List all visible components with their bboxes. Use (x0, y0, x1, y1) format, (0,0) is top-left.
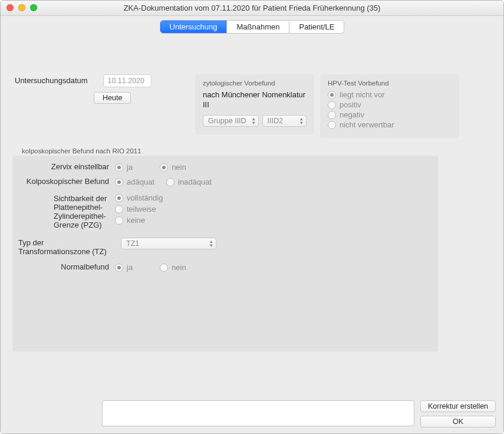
korrektur-button[interactable]: Korrektur erstellen (420, 400, 496, 412)
radio-icon (115, 264, 123, 272)
traffic-lights (6, 4, 37, 11)
tz-label: Typ der Transformationszone (TZ) (18, 238, 121, 256)
radio-icon (115, 178, 123, 186)
zyto-select-sub[interactable]: IIID2 ▴▾ (262, 115, 307, 127)
hpv-opt-nicht-verwertbar[interactable]: nicht verwertbar (328, 120, 452, 129)
radio-icon (115, 216, 123, 225)
pzg-teilweise[interactable]: teilweise (115, 205, 163, 213)
rio-right-column (225, 156, 438, 351)
zervix-label: Zervix einstellbar (18, 162, 115, 171)
tab-untersuchung[interactable]: Untersuchung (160, 21, 227, 33)
radio-icon (160, 264, 168, 272)
zyto-select-gruppe[interactable]: Gruppe IIID ▴▾ (203, 115, 259, 127)
tabbar: Untersuchung Maßnahmen Patient/LE (1, 16, 503, 37)
rio-box: Zervix einstellbar ja nein Kolposkopisch… (12, 156, 438, 351)
zyto-title: zytologischer Vorbefund (203, 80, 307, 87)
minimize-icon[interactable] (18, 4, 25, 11)
date-input[interactable] (103, 74, 151, 87)
chevron-updown-icon: ▴▾ (252, 117, 255, 125)
hpv-opt-negativ[interactable]: negativ (328, 110, 452, 119)
radio-icon (115, 205, 123, 213)
normal-nein[interactable]: nein (160, 263, 186, 272)
radio-icon (160, 163, 168, 172)
pzg-keine[interactable]: keine (115, 216, 163, 225)
hpv-title: HPV-Test Vorbefund (328, 80, 452, 87)
zoom-icon[interactable] (30, 4, 37, 11)
kolpo-adaequat[interactable]: adäquat (115, 177, 154, 186)
pzg-label: Sichtbarkeit der Plattenepithel-Zylinder… (18, 193, 115, 229)
zyto-group: zytologischer Vorbefund nach Münchener N… (195, 74, 314, 134)
tab-massnahmen[interactable]: Maßnahmen (226, 21, 289, 33)
radio-icon (115, 163, 123, 172)
titlebar: ZKA-Dokumentation vom 07.11.2020 für Pat… (1, 1, 503, 16)
today-button[interactable]: Heute (94, 92, 131, 104)
rio-left-column: Zervix einstellbar ja nein Kolposkopisch… (12, 156, 225, 351)
zyto-select-gruppe-value: Gruppe IIID (208, 117, 246, 125)
normal-label: Normalbefund (18, 262, 115, 271)
footer: Korrektur erstellen OK (1, 396, 503, 433)
tab-patient-le[interactable]: Patient/LE (289, 21, 344, 33)
kolpo-inadaequat[interactable]: inadäquat (166, 177, 212, 186)
zervix-ja[interactable]: ja (115, 163, 133, 172)
pzg-vollstaendig[interactable]: vollständig (115, 193, 163, 202)
radio-icon (328, 111, 336, 119)
radio-icon (328, 121, 336, 129)
date-column: Untersuchungsdatum Heute (12, 74, 189, 104)
chevron-updown-icon: ▴▾ (210, 239, 213, 248)
chevron-updown-icon: ▴▾ (300, 117, 303, 125)
radio-icon (328, 101, 336, 109)
normal-ja[interactable]: ja (115, 263, 133, 272)
tz-select[interactable]: TZ1 ▴▾ (121, 238, 216, 249)
content: Untersuchungsdatum Heute zytologischer V… (1, 37, 503, 351)
notes-textarea[interactable] (102, 400, 414, 426)
close-icon[interactable] (6, 4, 14, 11)
tz-select-value: TZ1 (126, 239, 139, 248)
hpv-opt-positiv[interactable]: positiv (328, 100, 452, 109)
date-label: Untersuchungsdatum (12, 76, 101, 85)
hpv-opt-liegt-nicht-vor[interactable]: liegt nicht vor (328, 90, 452, 99)
hpv-group: HPV-Test Vorbefund liegt nicht vor posit… (320, 74, 459, 138)
rio-title: kolposkopischer Befund nach RIO 2011 (22, 147, 492, 154)
kolpo-label: Kolposkopischer Befund (18, 176, 115, 186)
radio-icon (115, 194, 123, 202)
radio-icon (166, 178, 174, 186)
zyto-select-sub-value: IIID2 (268, 117, 283, 125)
window: ZKA-Dokumentation vom 07.11.2020 für Pat… (0, 0, 504, 434)
ok-button[interactable]: OK (420, 416, 496, 428)
window-title: ZKA-Dokumentation vom 07.11.2020 für Pat… (1, 4, 503, 12)
zervix-nein[interactable]: nein (160, 163, 186, 172)
tab-segmented: Untersuchung Maßnahmen Patient/LE (160, 21, 344, 33)
zyto-text: nach Münchener Nomenklatur III (203, 90, 307, 110)
radio-icon (328, 91, 336, 99)
